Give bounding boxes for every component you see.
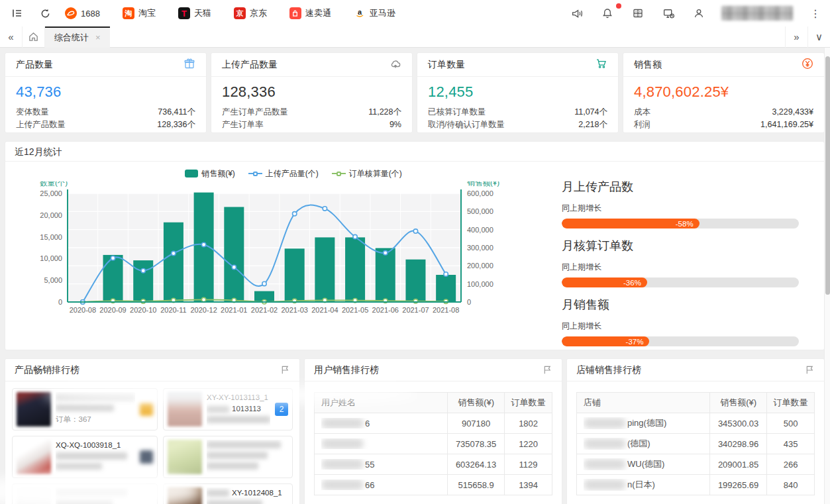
product-card-6[interactable]: XY-1012408_1 [163, 483, 293, 504]
stat-card-title: 产品数量 [16, 59, 53, 71]
table-row[interactable]: 55603264.131129 [315, 454, 552, 475]
flag-icon[interactable] [805, 365, 815, 375]
speaker-icon[interactable] [569, 5, 585, 21]
orders-cell: 435 [767, 434, 815, 454]
stat-card-1: 产品数量43,736变体数量736,411个上传产品数量128,336个 [5, 53, 206, 132]
stat-sub-value: 9% [389, 119, 401, 131]
product-card-4[interactable] [163, 436, 293, 478]
close-tab-icon[interactable]: × [95, 32, 101, 42]
table-row[interactable]: ping(德国)345300.03500 [577, 413, 815, 434]
shop-ranking-panel: 店铺销售排行榜店铺销售额(¥)订单数量ping(德国)345300.03500(… [567, 359, 824, 504]
refresh-icon[interactable] [37, 5, 53, 21]
table-row[interactable]: 66515658.91394 [315, 475, 552, 495]
product-text-line: 1013113 [207, 405, 270, 413]
orders-cell: 1802 [505, 413, 552, 434]
stat-sub-value: 11,074个 [574, 106, 607, 119]
product-text-line: 订单：367 [56, 415, 135, 425]
growth-value: -36% [623, 279, 641, 287]
legend-label: 订单核算量(个) [349, 168, 402, 179]
product-image [17, 487, 51, 504]
column-header: 店铺 [577, 393, 710, 413]
svg-text:2020-11: 2020-11 [160, 306, 187, 314]
svg-text:2021-07: 2021-07 [402, 306, 429, 314]
growth-title: 月核算订单数 [562, 238, 799, 254]
svg-text:300,000: 300,000 [467, 244, 493, 252]
product-card-2[interactable]: XY-XY-1013113_110131132 [163, 388, 293, 430]
stat-card-subrow: 上传产品数量128,336个 [16, 119, 195, 131]
growth-sublabel: 同上期增长 [562, 203, 799, 214]
name-cell: (德国) [577, 434, 710, 454]
tab-list-dropdown-icon[interactable]: ∨ [807, 26, 830, 48]
table-row[interactable]: WU(德国)209001.85266 [577, 454, 815, 475]
bell-icon[interactable] [599, 5, 615, 21]
table-row[interactable]: n(日本)199265.69840 [577, 475, 815, 495]
stat-card-subrow: 取消/待确认订单数量2,218个 [428, 119, 607, 131]
stat-sub-label: 取消/待确认订单数量 [428, 119, 505, 131]
table-row[interactable]: 735078.351220 [315, 434, 552, 454]
legend-item-2[interactable]: 上传产品量(个) [248, 168, 319, 179]
legend-item-1[interactable]: 销售额(¥) [185, 168, 235, 179]
home-tab-icon[interactable] [23, 26, 45, 48]
product-card-3[interactable]: XQ-XQ-1003918_1 [12, 436, 158, 478]
column-header: 用户姓名 [315, 393, 448, 413]
svg-text:数量(个): 数量(个) [40, 181, 68, 187]
product-text-line [56, 404, 135, 411]
toolbar-right-icons: ⋮ [569, 5, 821, 21]
product-image [168, 392, 202, 427]
stat-card-4: 销售额4,870,602.25¥成本3,229,433¥利润1,641,169.… [623, 53, 824, 132]
orders-cell: 1129 [505, 454, 552, 475]
product-text-line: XQ-XQ-1003918_1 [56, 441, 135, 449]
platform-tab-速卖通[interactable]: 速卖通 [289, 0, 331, 26]
stat-card-value: 43,736 [16, 83, 195, 101]
platform-tab-京东[interactable]: 京京东 [234, 0, 267, 26]
product-text-line [56, 489, 153, 496]
chart-canvas[interactable]: 05,00010,00015,00020,00025,0000100,00020… [12, 181, 546, 323]
scrollbar-thumb[interactable] [825, 56, 830, 295]
stat-card-value: 4,870,602.25¥ [634, 83, 813, 101]
panel-title: 产品畅销排行榜 [15, 364, 79, 376]
flag-icon[interactable] [280, 365, 290, 375]
user-ranking-panel: 用户销售排行榜用户姓名销售额(¥)订单数量69071801802735078.3… [305, 359, 562, 504]
redacted-name [321, 418, 364, 428]
product-card-5[interactable] [12, 483, 158, 504]
platform-tab-亚马逊[interactable]: a亚马逊 [354, 0, 395, 26]
table-row[interactable]: (德国)340298.96435 [577, 434, 815, 454]
redacted-name [321, 479, 364, 490]
product-image [168, 487, 202, 504]
growth-progress-fill: -36% [562, 277, 647, 287]
scroll-tabs-left-icon[interactable]: « [0, 26, 23, 48]
table-row[interactable]: 69071801802 [315, 413, 552, 434]
platform-tab-label: 亚马逊 [370, 7, 395, 19]
page-scrollbar[interactable] [824, 48, 830, 504]
scroll-tabs-right-icon[interactable]: » [785, 26, 807, 48]
svg-text:25,000: 25,000 [40, 189, 62, 197]
growth-progress-track: -36% [562, 277, 799, 287]
product-card-1[interactable]: 订单：367 [12, 388, 158, 430]
username-redacted[interactable] [721, 6, 793, 21]
legend-item-3[interactable]: 订单核算量(个) [332, 168, 402, 179]
flag-icon[interactable] [543, 365, 552, 375]
sidebar-toggle-icon[interactable] [9, 5, 25, 21]
user-icon[interactable] [691, 5, 707, 21]
product-grid: 订单：367XY-XY-1013113_110131132XQ-XQ-10039… [5, 381, 299, 504]
product-image [17, 440, 51, 474]
combo-chart[interactable]: 销售额(¥)上传产品量(个)订单核算量(个) 05,00010,00015,00… [5, 162, 548, 346]
svg-text:2021-05: 2021-05 [342, 306, 368, 314]
workbench-icon[interactable] [660, 5, 676, 21]
platform-tab-天猫[interactable]: T天猫 [178, 0, 211, 26]
monthly-stats-card: 近12月统计 销售额(¥)上传产品量(个)订单核算量(个) 05,00010,0… [5, 142, 824, 350]
svg-text:100,000: 100,000 [467, 280, 493, 288]
rank-badge [140, 450, 153, 464]
more-menu-icon[interactable]: ⋮ [810, 7, 821, 20]
stat-sub-value: 3,229,433¥ [772, 106, 813, 119]
orders-cell: 1394 [505, 475, 552, 495]
platform-tab-1688[interactable]: 1688 [65, 0, 100, 26]
name-suffix: n(日本) [627, 479, 655, 491]
apps-grid-icon[interactable] [630, 5, 646, 21]
name-suffix: WU(德国) [627, 458, 664, 470]
svg-text:2020-12: 2020-12 [190, 306, 217, 314]
product-text: XQ-XQ-1003918_1 [56, 441, 121, 449]
stat-card-subrow: 已核算订单数量11,074个 [428, 106, 607, 119]
platform-tab-淘宝[interactable]: 淘淘宝 [123, 0, 156, 26]
tab-comprehensive-stats[interactable]: 综合统计 × [45, 26, 110, 48]
